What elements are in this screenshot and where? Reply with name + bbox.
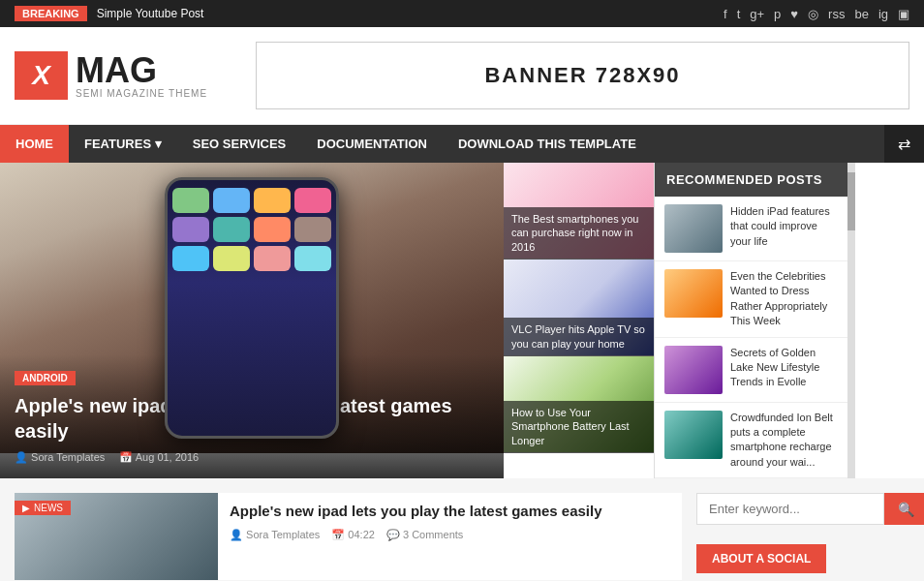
rec-title-1: Hidden iPad features that could improve … xyxy=(730,204,838,249)
nav-features[interactable]: FEATURES ▾ xyxy=(69,125,177,163)
search-input[interactable] xyxy=(696,493,884,525)
bottom-time: 📅 04:22 xyxy=(331,529,375,541)
bottom-article-title[interactable]: Apple's new ipad lets you play the lates… xyxy=(230,501,682,521)
feature-meta: 👤 Sora Templates 📅 Aug 01, 2016 xyxy=(15,451,489,464)
breaking-text: Simple Youtube Post xyxy=(97,7,204,20)
logo-icon: X xyxy=(15,51,68,100)
rec-thumb-3 xyxy=(664,346,723,394)
rec-thumb-2 xyxy=(664,269,723,318)
feature-article: ANDROID Apple's new ipad lets you play t… xyxy=(0,163,504,478)
mid-article-1[interactable]: The Best smartphones you can purchase ri… xyxy=(504,163,654,260)
mid-article-2[interactable]: VLC Player hits Apple TV so you can play… xyxy=(504,260,654,356)
recommended-header: RECOMMENDED POSTS xyxy=(655,163,847,197)
mid-title-2: VLC Player hits Apple TV so you can play… xyxy=(511,322,646,351)
rec-thumb-1 xyxy=(664,204,723,253)
main-content: ANDROID Apple's new ipad lets you play t… xyxy=(0,163,924,478)
android-tag: ANDROID xyxy=(15,371,76,385)
news-tag: ▶ NEWS xyxy=(15,501,71,515)
bottom-comments: 💬 3 Comments xyxy=(386,529,463,541)
social-icons: f t g+ p ♥ ◎ rss be ig ▣ xyxy=(724,7,909,21)
middle-column: The Best smartphones you can purchase ri… xyxy=(504,163,654,478)
feature-date: 📅 Aug 01, 2016 xyxy=(119,451,199,464)
bottom-thumb: ▶ NEWS xyxy=(15,493,218,580)
shuffle-button[interactable]: ⇄ xyxy=(884,125,924,163)
feature-author: 👤 Sora Templates xyxy=(15,451,105,464)
scrollbar-thumb xyxy=(847,172,855,230)
nav-download[interactable]: DOWNLOAD THIS TEMPLATE xyxy=(443,125,652,163)
logo-sub: SEMI MAGAZINE THEME xyxy=(76,88,207,99)
bottom-article: ▶ NEWS Apple's new ipad lets you play th… xyxy=(15,493,682,580)
mid-title-1: The Best smartphones you can purchase ri… xyxy=(511,212,646,254)
dribbble-icon[interactable]: ◎ xyxy=(808,7,818,21)
about-social-button[interactable]: ABOUT A SOCIAL xyxy=(696,544,826,573)
mid-title-3: How to Use Your Smartphone Battery Last … xyxy=(511,406,646,447)
mid-article-3[interactable]: How to Use Your Smartphone Battery Last … xyxy=(504,356,654,453)
recommended-panel: RECOMMENDED POSTS Hidden iPad features t… xyxy=(654,163,847,478)
rec-title-4: Crowdfunded Ion Belt puts a complete sma… xyxy=(730,411,838,471)
bottom-author: 👤 Sora Templates xyxy=(230,529,320,541)
rss-icon[interactable]: rss xyxy=(828,7,845,21)
rec-title-3: Secrets of Golden Lake New Lifestyle Tre… xyxy=(730,346,838,390)
nav-home[interactable]: HOME xyxy=(0,125,69,163)
banner-area: BANNER 728X90 xyxy=(256,42,909,109)
bottom-meta: 👤 Sora Templates 📅 04:22 💬 3 Comments xyxy=(230,529,682,541)
search-row: 🔍 xyxy=(696,493,909,525)
googleplus-icon[interactable]: g+ xyxy=(750,7,764,21)
rec-thumb-4 xyxy=(664,411,723,459)
nav: HOME FEATURES ▾ SEO SERVICES DOCUMENTATI… xyxy=(0,125,924,163)
rec-item-3[interactable]: Secrets of Golden Lake New Lifestyle Tre… xyxy=(655,338,847,403)
rec-item-4[interactable]: Crowdfunded Ion Belt puts a complete sma… xyxy=(655,403,847,479)
heart-icon[interactable]: ♥ xyxy=(790,7,798,21)
twitter-icon[interactable]: t xyxy=(737,7,741,21)
logo: X MAG SEMI MAGAZINE THEME xyxy=(15,51,207,100)
facebook-icon[interactable]: f xyxy=(724,7,727,21)
search-box: 🔍 ABOUT A SOCIAL xyxy=(696,493,909,580)
rec-item-1[interactable]: Hidden iPad features that could improve … xyxy=(655,197,847,261)
search-button[interactable]: 🔍 xyxy=(884,493,924,525)
scrollbar[interactable] xyxy=(847,163,855,478)
bottom-section: ▶ NEWS Apple's new ipad lets you play th… xyxy=(0,478,924,581)
nav-items: HOME FEATURES ▾ SEO SERVICES DOCUMENTATI… xyxy=(0,125,652,163)
rec-item-2[interactable]: Even the Celebrities Wanted to Dress Rat… xyxy=(655,261,847,338)
top-bar: BREAKING Simple Youtube Post f t g+ p ♥ … xyxy=(0,0,924,27)
instagram-icon[interactable]: ig xyxy=(878,7,888,21)
logo-title: MAG xyxy=(76,53,207,88)
nav-seo[interactable]: SEO SERVICES xyxy=(177,125,302,163)
pinterest-icon[interactable]: p xyxy=(774,7,781,21)
bottom-content: Apple's new ipad lets you play the lates… xyxy=(230,493,682,580)
header: X MAG SEMI MAGAZINE THEME BANNER 728X90 xyxy=(0,27,924,125)
nav-documentation[interactable]: DOCUMENTATION xyxy=(301,125,443,163)
rec-title-2: Even the Celebrities Wanted to Dress Rat… xyxy=(730,269,838,329)
logo-text: MAG SEMI MAGAZINE THEME xyxy=(76,53,207,99)
extra-icon[interactable]: ▣ xyxy=(898,7,909,21)
behance-icon[interactable]: be xyxy=(854,7,868,21)
banner-text: BANNER 728X90 xyxy=(484,63,680,88)
breaking-label: BREAKING xyxy=(15,6,87,21)
